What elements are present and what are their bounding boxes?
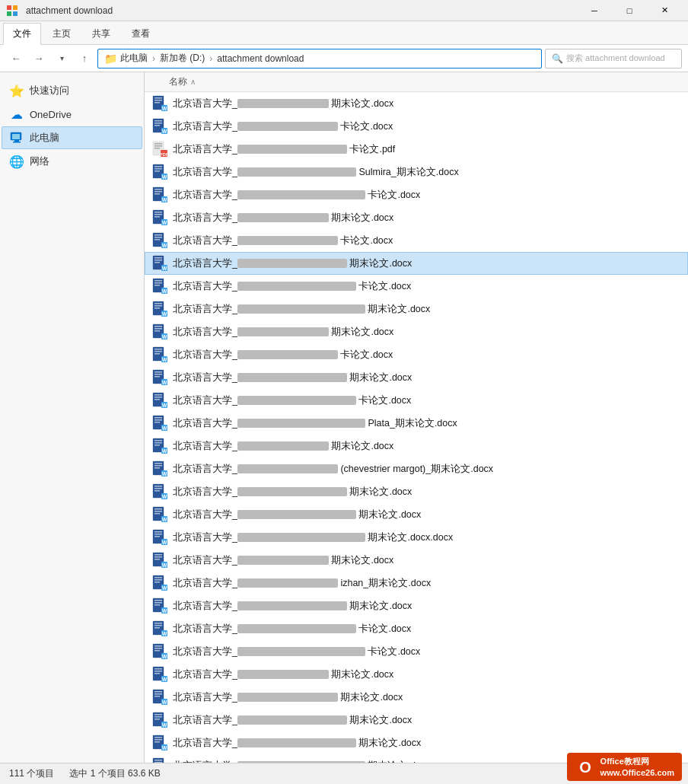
table-row[interactable]: W 北京语言大学_ 期末论文.docx: [145, 320, 688, 343]
search-box[interactable]: 🔍 搜索 attachment download: [545, 49, 682, 69]
file-name: 北京语言大学_ Sulmira_期末论文.docx: [173, 166, 681, 179]
file-name: 北京语言大学_ 期末论文.docx: [173, 554, 681, 567]
svg-rect-137: [154, 513, 160, 515]
sidebar-item-this-pc[interactable]: 此电脑: [2, 126, 142, 149]
close-button[interactable]: ✕: [647, 0, 682, 21]
svg-rect-1: [13, 5, 18, 10]
file-name: 北京语言大学_ izhan_期末论文.docx: [173, 577, 681, 590]
title-bar-icons: [6, 5, 18, 17]
svg-rect-52: [154, 237, 162, 238]
file-type-icon: W: [151, 757, 168, 763]
sidebar-item-quick-access[interactable]: ⭐ 快速访问: [2, 79, 142, 102]
forward-button[interactable]: →: [29, 49, 49, 69]
network-icon: 🌐: [10, 155, 24, 168]
table-row[interactable]: W 北京语言大学_ (chevestrier margot)_期末论文.docx: [145, 457, 688, 480]
svg-rect-116: [154, 445, 160, 446]
table-row[interactable]: W 北京语言大学_ izhan_期末论文.docx: [145, 572, 688, 594]
svg-rect-185: [154, 671, 162, 672]
maximize-button[interactable]: □: [612, 0, 647, 21]
title-bar-title: attachment download: [26, 5, 113, 16]
minimize-button[interactable]: ─: [577, 0, 612, 21]
column-header-name: 名称 ∧: [151, 75, 682, 88]
svg-rect-31: [154, 168, 162, 170]
table-row[interactable]: W 北京语言大学_ 期末论文.docx: [145, 663, 688, 686]
table-row[interactable]: W 北京语言大学_ 卡论文.docx: [145, 183, 688, 206]
svg-text:O: O: [579, 759, 591, 776]
table-row[interactable]: W 北京语言大学_ 期末论文.docx: [145, 206, 688, 229]
up-button[interactable]: ↑: [75, 49, 94, 69]
svg-rect-0: [7, 5, 11, 10]
svg-text:PDF: PDF: [160, 152, 168, 157]
table-row[interactable]: W 北京语言大学_ 期末论文.docx: [145, 252, 688, 275]
table-row[interactable]: W 北京语言大学_ 期末论文.docx: [145, 480, 688, 503]
svg-rect-6: [14, 140, 19, 142]
address-folder-icon: 📁: [104, 53, 117, 65]
tab-file[interactable]: 文件: [3, 23, 41, 45]
file-type-icon: W: [151, 255, 168, 272]
table-row[interactable]: W 北京语言大学_ 卡论文.docx: [145, 389, 688, 412]
sidebar-label-network: 网络: [30, 155, 49, 168]
tab-home[interactable]: 主页: [43, 23, 81, 44]
table-row[interactable]: W 北京语言大学_ 期末论文.docx.docx: [145, 526, 688, 549]
table-row[interactable]: W 北京语言大学_ 期末论文.docx: [145, 435, 688, 457]
table-row[interactable]: W 北京语言大学_ 卡论文.docx: [145, 275, 688, 298]
svg-rect-72: [154, 303, 162, 304]
svg-rect-165: [154, 604, 160, 606]
svg-rect-121: [154, 463, 162, 464]
dropdown-button[interactable]: ▾: [52, 49, 72, 69]
title-bar: attachment download ─ □ ✕: [0, 0, 688, 21]
svg-rect-102: [154, 399, 160, 400]
table-row[interactable]: PDF 北京语言大学_ 卡论文.pdf: [145, 138, 688, 161]
svg-rect-156: [154, 577, 162, 578]
ribbon-tabs: 文件 主页 共享 查看: [0, 21, 688, 44]
file-type-icon: PDF: [151, 141, 168, 158]
sidebar-item-network[interactable]: 🌐 网络: [2, 150, 142, 173]
table-row[interactable]: W 北京语言大学_ 期末论文.docx: [145, 298, 688, 320]
file-name: 北京语言大学_ 卡论文.docx: [173, 280, 681, 293]
file-type-icon: W: [151, 346, 168, 363]
svg-rect-178: [154, 648, 162, 649]
sidebar-label-quick-access: 快速访问: [30, 84, 69, 97]
table-row[interactable]: W 北京语言大学_ 期末论文.docx: [145, 366, 688, 389]
svg-rect-163: [154, 600, 162, 601]
table-row[interactable]: W 北京语言大学_ 期末论文.docx: [145, 503, 688, 526]
file-name: 北京语言大学_ 卡论文.docx: [173, 234, 681, 247]
table-row[interactable]: W 北京语言大学_ 卡论文.docx: [145, 617, 688, 640]
file-name: 北京语言大学_ 期末论文.docx: [173, 486, 681, 499]
svg-rect-30: [154, 166, 162, 167]
table-row[interactable]: W 北京语言大学_ Plata_期末论文.docx: [145, 412, 688, 435]
table-row[interactable]: W 北京语言大学_ 期末论文.docx: [145, 549, 688, 572]
table-row[interactable]: W 北京语言大学_ 期末论文.docx: [145, 686, 688, 709]
table-row[interactable]: W 北京语言大学_ 卡论文.docx: [145, 229, 688, 252]
sidebar-item-onedrive[interactable]: ☁ OneDrive: [2, 103, 142, 126]
file-list: W 北京语言大学_ 期末论文.docx W 北京语言大学_ 卡论文.docx: [145, 92, 688, 763]
table-row[interactable]: W 北京语言大学_ 期末论文.docx: [145, 594, 688, 617]
svg-text:W: W: [162, 494, 167, 499]
table-row[interactable]: W 北京语言大学_ 卡论文.docx: [145, 640, 688, 663]
item-count: 111 个项目: [9, 767, 54, 780]
svg-rect-101: [154, 397, 162, 398]
svg-text:W: W: [162, 700, 167, 705]
svg-rect-51: [154, 234, 162, 236]
table-row[interactable]: W 北京语言大学_ 卡论文.docx: [145, 343, 688, 366]
address-bar[interactable]: 📁 此电脑 › 新加卷 (D:) › attachment download: [97, 49, 542, 69]
svg-rect-100: [154, 394, 162, 396]
back-button[interactable]: ←: [6, 49, 26, 69]
tab-view[interactable]: 查看: [122, 23, 160, 44]
table-row[interactable]: W 北京语言大学_ 期末论文.docx: [145, 92, 688, 115]
svg-text:W: W: [162, 174, 167, 180]
svg-rect-177: [154, 645, 162, 647]
file-name: 北京语言大学_ 期末论文.docx: [173, 691, 681, 704]
svg-rect-66: [154, 282, 162, 284]
svg-rect-115: [154, 442, 162, 444]
table-row[interactable]: W 北京语言大学_ 期末论文.docx: [145, 731, 688, 754]
tab-share[interactable]: 共享: [82, 23, 120, 44]
office-badge[interactable]: O Office教程网 www.Office26.com: [567, 753, 682, 781]
svg-rect-150: [154, 556, 162, 558]
file-name: 北京语言大学_ 期末论文.docx: [173, 440, 681, 453]
table-row[interactable]: W 北京语言大学_ 卡论文.docx: [145, 115, 688, 138]
svg-rect-67: [154, 285, 160, 286]
table-row[interactable]: W 北京语言大学_ 期末论文.docx: [145, 709, 688, 731]
sidebar-label-onedrive: OneDrive: [30, 109, 72, 120]
table-row[interactable]: W 北京语言大学_ Sulmira_期末论文.docx: [145, 161, 688, 183]
